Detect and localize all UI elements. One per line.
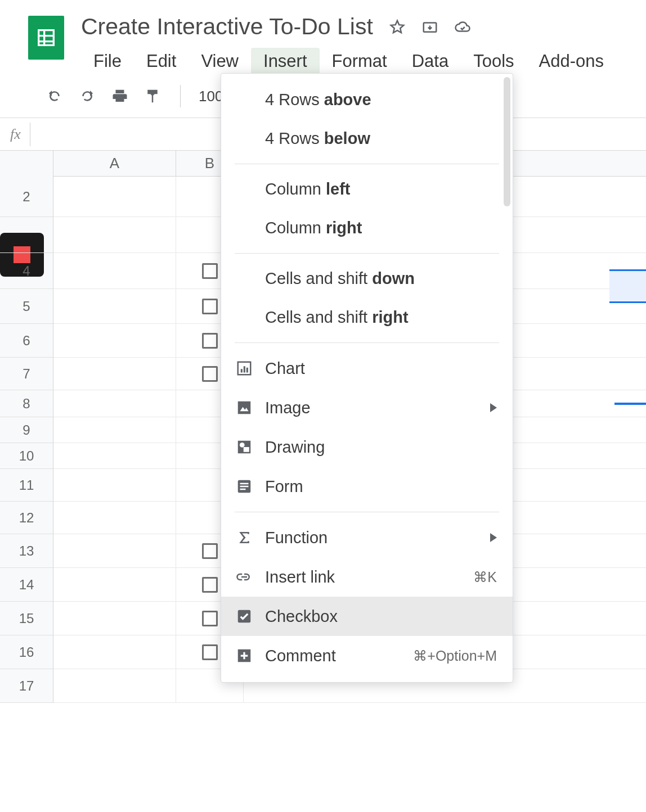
menu-item-comment[interactable]: Comment⌘+Option+M: [221, 636, 513, 675]
cell-A9[interactable]: [53, 417, 176, 443]
submenu-arrow-icon: [490, 533, 497, 542]
menu-item-label: Drawing: [265, 438, 325, 457]
chart-icon: [235, 359, 254, 378]
menu-item-drawing[interactable]: Drawing: [221, 427, 513, 467]
menu-item-cells-right[interactable]: Cells and shift right: [221, 298, 513, 337]
document-title[interactable]: Create Interactive To-Do List: [81, 13, 373, 40]
cell-A12[interactable]: [53, 502, 176, 534]
select-all-cell[interactable]: [0, 151, 53, 177]
sheets-app-icon[interactable]: [28, 16, 64, 60]
cell-A3[interactable]: [53, 217, 176, 252]
undo-button[interactable]: [45, 87, 64, 106]
menu-separator: [235, 512, 499, 512]
insert-menu-dropdown: 4 Rows above4 Rows belowColumn leftColum…: [221, 73, 513, 683]
menu-item-function[interactable]: Function: [221, 518, 513, 557]
menu-item-rows-above[interactable]: 4 Rows above: [221, 80, 513, 119]
row-header-4[interactable]: 4: [0, 253, 53, 289]
menu-item-label: Checkbox: [265, 607, 338, 626]
column-header-A[interactable]: A: [53, 151, 176, 176]
menu-format[interactable]: Format: [320, 48, 400, 75]
menu-item-label: 4 Rows below: [265, 129, 370, 148]
cell-checkbox[interactable]: [202, 543, 218, 559]
cell-checkbox[interactable]: [202, 366, 218, 382]
cell-A4[interactable]: [53, 253, 176, 288]
menu-item-label: Comment: [265, 647, 336, 665]
menu-item-label: Form: [265, 477, 303, 496]
row-header-13[interactable]: 13: [0, 534, 53, 568]
menu-tools[interactable]: Tools: [461, 48, 526, 75]
image-icon: [235, 398, 254, 417]
menu-data[interactable]: Data: [400, 48, 461, 75]
menu-item-column-right[interactable]: Column right: [221, 209, 513, 247]
link-icon: [235, 567, 254, 587]
redo-button[interactable]: [78, 87, 97, 106]
cell-A2[interactable]: [53, 177, 176, 216]
row-header-10[interactable]: 10: [0, 443, 53, 469]
cell-A16[interactable]: [53, 635, 176, 669]
cell-A15[interactable]: [53, 602, 176, 635]
cloud-saved-icon[interactable]: [454, 19, 471, 35]
formula-fx-label: fx: [10, 126, 21, 143]
menu-insert[interactable]: Insert: [251, 48, 320, 75]
cell-A14[interactable]: [53, 568, 176, 601]
row-header-5[interactable]: 5: [0, 289, 53, 324]
cell-A7[interactable]: [53, 358, 176, 390]
svg-rect-12: [240, 486, 249, 488]
row-header-12[interactable]: 12: [0, 502, 53, 534]
row-header-16[interactable]: 16: [0, 635, 53, 669]
cell-checkbox[interactable]: [202, 263, 218, 279]
menu-item-column-left[interactable]: Column left: [221, 170, 513, 209]
menu-item-label: Column right: [265, 219, 362, 237]
menu-item-label: Function: [265, 529, 328, 547]
paint-format-button[interactable]: [143, 87, 162, 106]
cell-checkbox[interactable]: [202, 611, 218, 626]
cell-A5[interactable]: [53, 289, 176, 323]
menu-separator: [235, 253, 499, 254]
row-header-15[interactable]: 15: [0, 602, 53, 635]
svg-rect-2: [241, 369, 243, 372]
selected-cells-fragment: [609, 269, 646, 303]
row-header-8[interactable]: 8: [0, 390, 53, 417]
cell-A6[interactable]: [53, 324, 176, 357]
menu-item-label: Chart: [265, 359, 305, 378]
row-header-14[interactable]: 14: [0, 568, 53, 602]
menu-item-form[interactable]: Form: [221, 467, 513, 506]
star-icon[interactable]: [389, 19, 406, 35]
svg-rect-11: [240, 483, 249, 485]
cell-A17[interactable]: [53, 669, 176, 702]
menu-item-label: 4 Rows above: [265, 91, 371, 109]
cell-checkbox[interactable]: [202, 644, 218, 660]
svg-rect-13: [240, 489, 246, 490]
menu-item-chart[interactable]: Chart: [221, 349, 513, 388]
plus-icon: [235, 646, 254, 665]
menu-separator: [235, 164, 499, 164]
menu-item-cells-down[interactable]: Cells and shift down: [221, 259, 513, 298]
row-header-9[interactable]: 9: [0, 417, 53, 443]
menu-item-rows-below[interactable]: 4 Rows below: [221, 119, 513, 158]
row-header-17[interactable]: 17: [0, 669, 53, 703]
menu-edit[interactable]: Edit: [134, 48, 189, 75]
row-header-7[interactable]: 7: [0, 358, 53, 390]
menu-file[interactable]: File: [81, 48, 134, 75]
row-header-11[interactable]: 11: [0, 469, 53, 502]
cell-A13[interactable]: [53, 534, 176, 567]
cell-A11[interactable]: [53, 469, 176, 501]
row-header-2[interactable]: 2: [0, 177, 53, 217]
cell-A10[interactable]: [53, 443, 176, 468]
cell-checkbox[interactable]: [202, 333, 218, 349]
menu-item-insert-link[interactable]: Insert link⌘K: [221, 557, 513, 597]
svg-point-8: [240, 443, 245, 448]
row-header-6[interactable]: 6: [0, 324, 53, 358]
move-to-folder-icon[interactable]: [421, 19, 438, 35]
print-button[interactable]: [110, 87, 129, 106]
header: Create Interactive To-Do List FileEditVi…: [0, 0, 646, 75]
cell-A8[interactable]: [53, 390, 176, 417]
menu-item-checkbox[interactable]: Checkbox: [221, 597, 513, 636]
cell-checkbox[interactable]: [202, 299, 218, 314]
menu-view[interactable]: View: [189, 48, 251, 75]
menu-item-image[interactable]: Image: [221, 388, 513, 427]
sigma-icon: [235, 528, 254, 547]
cell-checkbox[interactable]: [202, 577, 218, 593]
row-header-3[interactable]: [0, 217, 53, 253]
menu-add-ons[interactable]: Add-ons: [527, 48, 616, 75]
